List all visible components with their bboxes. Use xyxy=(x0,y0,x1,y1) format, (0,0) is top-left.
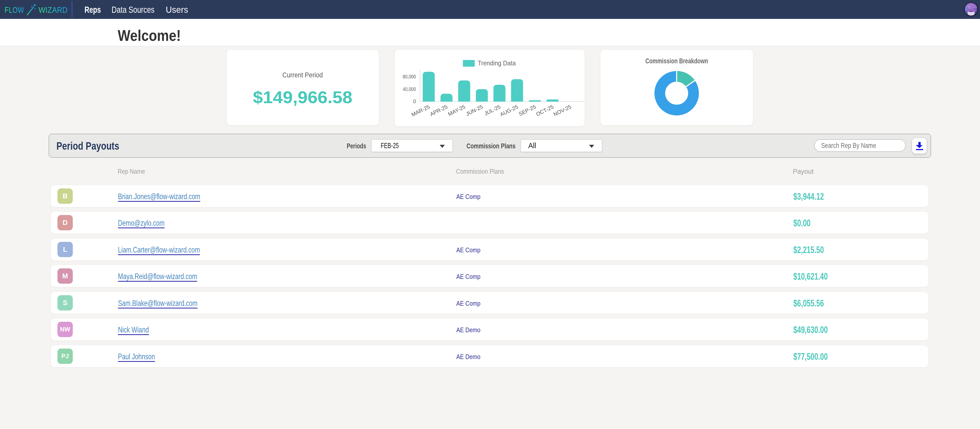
svg-text:80,000: 80,000 xyxy=(402,74,416,79)
svg-text:0: 0 xyxy=(413,99,416,104)
svg-text:MAR-25: MAR-25 xyxy=(410,104,431,118)
svg-text:SEP-25: SEP-25 xyxy=(517,104,537,117)
svg-text:OCT-25: OCT-25 xyxy=(535,104,555,117)
svg-text:AUG-25: AUG-25 xyxy=(499,104,519,118)
svg-text:JUL-25: JUL-25 xyxy=(484,104,501,116)
svg-text:40,000: 40,000 xyxy=(402,86,416,92)
svg-text:JUN-25: JUN-25 xyxy=(465,104,484,117)
svg-text:NOV-25: NOV-25 xyxy=(552,104,572,117)
svg-text:Trending Data: Trending Data xyxy=(478,59,516,67)
svg-text:MAY-25: MAY-25 xyxy=(447,104,466,117)
svg-text:APR-25: APR-25 xyxy=(429,104,449,117)
